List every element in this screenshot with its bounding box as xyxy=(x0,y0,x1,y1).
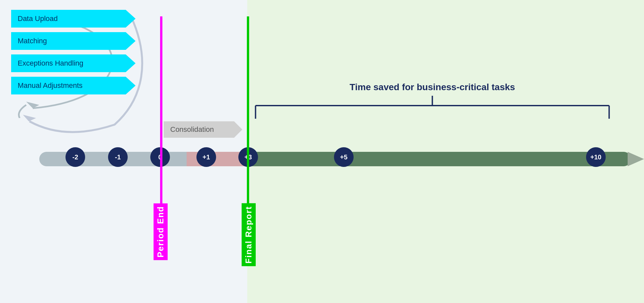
timeline-point-minus1: -1 xyxy=(108,147,128,167)
manual-adjustments-label: Manual Adjustments xyxy=(11,77,136,94)
time-saved-label: Time saved for business-critical tasks xyxy=(247,82,618,92)
arrow-data-upload: Data Upload xyxy=(11,10,136,28)
timeline-point-minus2: -2 xyxy=(65,147,85,167)
process-arrows-container: Data Upload Matching Exceptions Handling… xyxy=(11,10,136,99)
timeline-point-plus10: +10 xyxy=(586,147,606,167)
final-report-label: Final Report xyxy=(242,203,256,266)
arrow-manual-adjustments: Manual Adjustments xyxy=(11,77,136,94)
timeline-point-plus1: +1 xyxy=(196,147,216,167)
exceptions-handling-label: Exceptions Handling xyxy=(11,54,136,72)
time-saved-bracket xyxy=(247,96,618,122)
time-saved-area: Time saved for business-critical tasks xyxy=(247,82,618,123)
timeline-container: -2 -1 0 +1 +3 +5 +10 xyxy=(0,149,644,169)
final-report-line xyxy=(247,16,249,207)
period-end-line xyxy=(160,16,162,207)
timeline-green-overlay xyxy=(248,152,631,166)
timeline-arrow-right xyxy=(628,152,644,166)
timeline-point-plus5: +5 xyxy=(334,147,354,167)
period-end-label: Period End xyxy=(154,203,168,260)
consolidation-arrow: Consolidation xyxy=(164,121,242,138)
matching-label: Matching xyxy=(11,32,136,50)
consolidation-label: Consolidation xyxy=(164,121,242,138)
arrow-exceptions-handling: Exceptions Handling xyxy=(11,54,136,72)
data-upload-label: Data Upload xyxy=(11,10,136,28)
arrow-matching: Matching xyxy=(11,32,136,50)
